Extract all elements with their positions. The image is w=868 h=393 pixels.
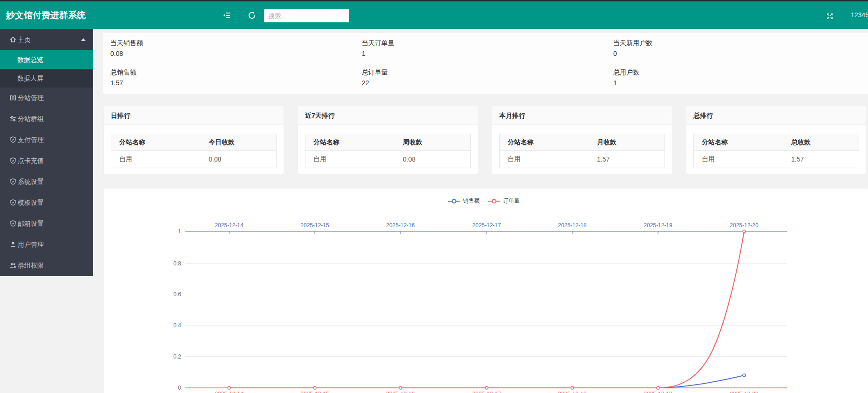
svg-text:1: 1 — [178, 228, 181, 235]
sidebar-item-substation-groups[interactable]: 分站群组 — [0, 108, 93, 129]
col-header: 分站名称 — [111, 134, 201, 151]
cell-site-name: 自用 — [694, 151, 784, 168]
table-row: 自用 0.08 — [305, 151, 471, 168]
stat-label: 总销售额 — [110, 68, 136, 77]
fullscreen-icon[interactable] — [824, 10, 836, 22]
header-user-id[interactable]: 12345 — [851, 1, 868, 29]
sidebar-item-substation-manage[interactable]: 分站管理 — [0, 88, 93, 108]
sidebar-item-group-permissions[interactable]: 群组权限 — [0, 255, 93, 276]
col-header: 周收款 — [395, 134, 471, 151]
app-header: 妙文馆付费进群系统 12345 — [0, 1, 868, 29]
sidebar-item-mail-settings[interactable]: 邮箱设置 — [0, 213, 93, 234]
sidebar-item-label: 支付管理 — [18, 129, 44, 150]
stat-value: 0 — [613, 50, 617, 57]
chevron-up-icon — [81, 38, 86, 41]
svg-text:2025-12-19: 2025-12-19 — [644, 391, 672, 393]
admin-dashboard: 妙文馆付费进群系统 12345 — [0, 0, 868, 393]
svg-text:2025-12-18: 2025-12-18 — [558, 222, 587, 229]
stat-value: 22 — [362, 79, 369, 87]
svg-text:2025-12-20: 2025-12-20 — [730, 391, 759, 393]
sidebar-item-label: 点卡充值 — [18, 150, 44, 171]
rank-table: 分站名称 月收款 自用 1.57 — [499, 134, 665, 168]
shrink-menu-icon[interactable] — [221, 9, 233, 21]
sidebar-subitem-label: 数据总览 — [17, 56, 43, 63]
rank-card-month: 本月排行 分站名称 月收款 自用 1.57 — [492, 106, 672, 174]
sidebar-item-payment-manage[interactable]: 支付管理 — [0, 129, 93, 150]
col-header: 分站名称 — [500, 134, 590, 151]
stat-value: 1.57 — [110, 79, 123, 87]
cell-site-name: 自用 — [305, 151, 395, 168]
sidebar-item-label: 邮箱设置 — [18, 213, 44, 234]
cell-amount: 1.57 — [589, 151, 665, 168]
col-header: 总收款 — [783, 134, 859, 151]
sidebar-item-card-recharge[interactable]: 点卡充值 — [0, 150, 93, 171]
cell-amount: 0.08 — [395, 151, 471, 168]
svg-text:0.4: 0.4 — [173, 322, 181, 329]
stat-label: 总用户数 — [613, 68, 639, 77]
shield-check-icon — [9, 157, 17, 164]
sidebar-submenu: 数据总览 数据大屏 — [0, 50, 93, 88]
svg-text:2025-12-14: 2025-12-14 — [215, 391, 244, 393]
svg-text:0.6: 0.6 — [173, 291, 181, 298]
rank-table: 分站名称 周收款 自用 0.08 — [305, 134, 471, 168]
svg-text:2025-12-18: 2025-12-18 — [558, 391, 587, 393]
sidebar-item-data-overview[interactable]: 数据总览 — [0, 50, 93, 69]
svg-text:0.2: 0.2 — [173, 353, 181, 360]
refresh-icon[interactable] — [246, 9, 258, 21]
sidebar-subitem-label: 数据大屏 — [17, 75, 43, 82]
stats-col-users: 当天新用户数 0 总用户数 1 — [606, 33, 848, 94]
sliders-icon — [9, 115, 17, 122]
table-row: 自用 1.57 — [694, 151, 859, 168]
col-header: 分站名称 — [305, 134, 395, 151]
sidebar-item-label: 分站管理 — [18, 88, 44, 108]
sidebar-item-label: 系统设置 — [18, 171, 44, 192]
stat-value: 1 — [362, 50, 366, 57]
cell-amount: 1.57 — [783, 151, 859, 168]
sidebar-item-system-settings[interactable]: 系统设置 — [0, 171, 93, 192]
col-header: 今日收款 — [201, 134, 277, 151]
card-title: 本月排行 — [499, 106, 525, 125]
svg-text:2025-12-14: 2025-12-14 — [215, 222, 244, 229]
svg-text:2025-12-16: 2025-12-16 — [386, 222, 415, 229]
rank-card-7days: 近7天排行 分站名称 周收款 自用 0.08 — [298, 106, 478, 174]
series-sales-line — [229, 374, 746, 388]
shield-check-icon — [9, 199, 17, 206]
rank-card-daily: 日排行 分站名称 今日收款 自用 0.08 — [104, 106, 284, 174]
app-title: 妙文馆付费进群系统 — [6, 1, 86, 29]
table-row: 自用 1.57 — [500, 151, 665, 168]
shield-check-icon — [9, 178, 17, 185]
sidebar-item-template-settings[interactable]: 模板设置 — [0, 192, 93, 213]
svg-text:2025-12-20: 2025-12-20 — [730, 222, 759, 229]
svg-text:2025-12-16: 2025-12-16 — [386, 391, 415, 393]
sidebar-item-data-bigscreen[interactable]: 数据大屏 — [0, 69, 93, 88]
x-axis-bottom-labels: 2025-12-14 2025-12-15 2025-12-16 2025-12… — [215, 391, 759, 393]
sidebar-nav: 主页 数据总览 数据大屏 分站管理 — [0, 29, 93, 276]
rank-table: 分站名称 今日收款 自用 0.08 — [111, 134, 277, 168]
stat-value: 0.08 — [110, 50, 123, 57]
stat-label: 总订单量 — [362, 68, 388, 77]
x-axis-top-labels: 2025-12-14 2025-12-15 2025-12-16 2025-12… — [215, 222, 759, 229]
rank-table: 分站名称 总收款 自用 1.57 — [693, 134, 859, 168]
stats-col-sales: 当天销售额 0.08 总销售额 1.57 — [103, 33, 345, 94]
x-axis-top: 2025-12-14 2025-12-15 2025-12-16 2025-12… — [185, 222, 787, 234]
stat-label: 当天销售额 — [110, 39, 143, 47]
chart-gridlines — [185, 264, 787, 357]
sidebar-item-label: 群组权限 — [18, 255, 44, 276]
svg-text:0.8: 0.8 — [173, 260, 181, 267]
stat-label: 当天订单量 — [362, 39, 394, 47]
home-icon — [9, 36, 17, 43]
cell-site-name: 自用 — [111, 151, 201, 168]
y-axis-labels: 1 0.8 0.6 0.4 0.2 0 — [173, 228, 181, 391]
svg-text:0: 0 — [178, 385, 181, 391]
stats-panel: 当天销售额 0.08 总销售额 1.57 当天订单量 1 总订单量 22 当天新… — [103, 33, 868, 94]
card-title: 总排行 — [693, 106, 713, 125]
sidebar-item-user-manage[interactable]: 用户管理 — [0, 234, 93, 255]
search-input[interactable] — [264, 9, 349, 22]
sidebar-item-label: 分站群组 — [18, 108, 44, 129]
line-chart-canvas[interactable]: 1 0.8 0.6 0.4 0.2 0 2025-12-14 2025-12-1… — [104, 189, 868, 393]
svg-text:2025-12-17: 2025-12-17 — [472, 391, 501, 393]
card-header: 本月排行 — [492, 106, 672, 125]
shield-check-icon — [9, 136, 17, 143]
sidebar-item-home[interactable]: 主页 — [0, 29, 93, 50]
rank-card-total: 总排行 分站名称 总收款 自用 1.57 — [686, 106, 866, 174]
